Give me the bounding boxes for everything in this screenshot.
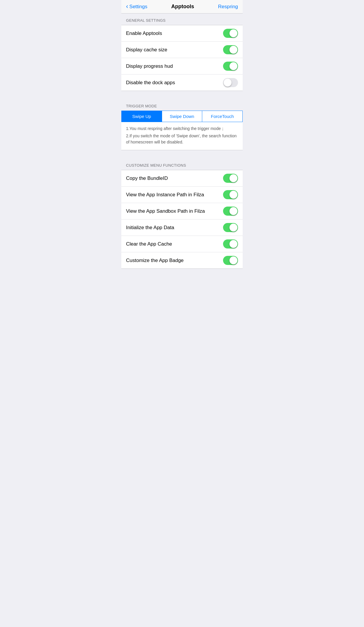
copy-bundle-id-toggle[interactable] — [223, 174, 238, 183]
trigger-mode-info-line2: 2.If you switch the mode of 'Swipe down'… — [126, 133, 238, 145]
segment-forcetouch[interactable]: ForceTouch — [202, 111, 242, 122]
view-sandbox-path-row: View the App Sandbox Path in Filza — [121, 203, 243, 219]
disable-dock-apps-row: Disable the dock apps — [121, 75, 243, 91]
back-button[interactable]: ‹ Settings — [126, 4, 147, 10]
respring-button[interactable]: Respring — [218, 4, 238, 10]
toggle-knob — [229, 29, 237, 37]
display-progress-hud-row: Display progress hud — [121, 58, 243, 75]
view-instance-path-row: View the App Instance Path in Filza — [121, 187, 243, 203]
spacer-bottom — [121, 269, 243, 277]
toggle-knob — [229, 224, 237, 231]
copy-bundle-id-label: Copy the BundleID — [126, 175, 168, 181]
toggle-knob — [229, 240, 237, 248]
view-sandbox-path-toggle[interactable] — [223, 207, 238, 216]
clear-app-cache-row: Clear the App Cache — [121, 236, 243, 252]
clear-app-cache-toggle[interactable] — [223, 239, 238, 249]
toggle-knob — [229, 207, 237, 215]
disable-dock-apps-label: Disable the dock apps — [126, 80, 175, 86]
trigger-mode-info-line1: 1.You must respring after switching the … — [126, 126, 238, 132]
spacer-2 — [121, 150, 243, 158]
general-settings-header: GENERAL SETTINGS — [121, 13, 243, 25]
view-sandbox-path-label: View the App Sandbox Path in Filza — [126, 208, 205, 214]
customize-menu-group: Copy the BundleID View the App Instance … — [121, 170, 243, 269]
toggle-knob — [229, 174, 237, 182]
nav-bar: ‹ Settings Apptools Respring — [121, 0, 243, 13]
copy-bundle-id-row: Copy the BundleID — [121, 170, 243, 187]
back-chevron-icon: ‹ — [126, 3, 128, 10]
initialize-app-data-label: Initialize the App Data — [126, 225, 174, 231]
view-instance-path-label: View the App Instance Path in Filza — [126, 192, 204, 198]
enable-apptools-toggle[interactable] — [223, 29, 238, 38]
segment-swipe-down[interactable]: Swipe Down — [162, 111, 203, 122]
general-settings-group: Enable Apptools Display cache size Displ… — [121, 25, 243, 91]
customize-menu-header: CUSTOMIZE MENU FUNCTIONS — [121, 158, 243, 170]
disable-dock-apps-toggle[interactable] — [223, 78, 238, 87]
enable-apptools-row: Enable Apptools — [121, 25, 243, 42]
trigger-mode-info: 1.You must respring after switching the … — [121, 122, 243, 150]
initialize-app-data-row: Initialize the App Data — [121, 219, 243, 236]
segment-swipe-up[interactable]: Swipe Up — [122, 111, 162, 122]
display-cache-size-row: Display cache size — [121, 42, 243, 58]
display-cache-size-label: Display cache size — [126, 47, 167, 53]
toggle-knob — [229, 62, 237, 70]
initialize-app-data-toggle[interactable] — [223, 223, 238, 232]
trigger-mode-segmented-control: Swipe Up Swipe Down ForceTouch — [121, 111, 243, 122]
trigger-mode-header: TRIGGER MODE — [121, 99, 243, 111]
clear-app-cache-label: Clear the App Cache — [126, 241, 172, 247]
page-title: Apptools — [171, 4, 194, 10]
display-cache-size-toggle[interactable] — [223, 45, 238, 54]
toggle-knob — [229, 46, 237, 54]
toggle-knob — [229, 256, 237, 264]
customize-app-badge-label: Customize the App Badge — [126, 258, 184, 263]
display-progress-hud-toggle[interactable] — [223, 62, 238, 71]
toggle-knob — [229, 191, 237, 199]
customize-app-badge-toggle[interactable] — [223, 256, 238, 265]
display-progress-hud-label: Display progress hud — [126, 63, 173, 69]
spacer-1 — [121, 91, 243, 99]
toggle-knob — [224, 79, 232, 87]
customize-app-badge-row: Customize the App Badge — [121, 252, 243, 268]
back-label: Settings — [129, 4, 147, 10]
view-instance-path-toggle[interactable] — [223, 190, 238, 199]
enable-apptools-label: Enable Apptools — [126, 31, 162, 36]
